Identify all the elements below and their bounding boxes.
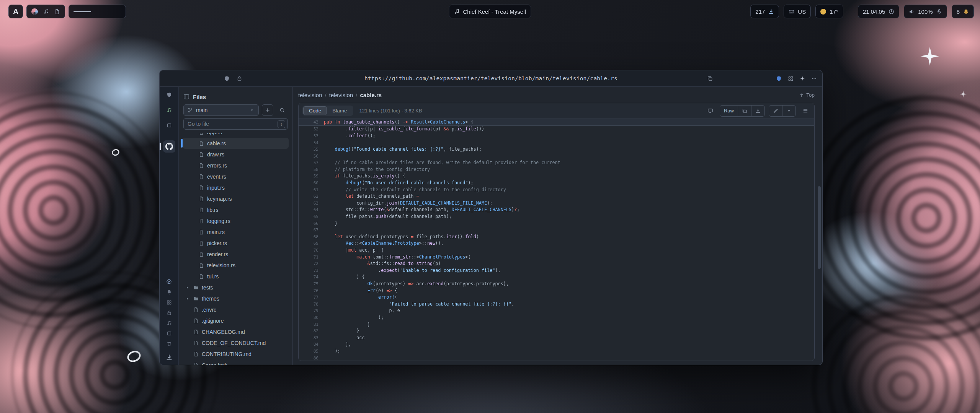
- line-number[interactable]: 68: [299, 234, 324, 241]
- shield-icon[interactable]: [224, 76, 230, 81]
- line-number[interactable]: 66: [299, 220, 324, 227]
- line-number[interactable]: 60: [299, 180, 324, 187]
- tab-code[interactable]: Code: [303, 106, 327, 115]
- tree-file-item[interactable]: tui.rs: [183, 271, 289, 282]
- back-to-top-link[interactable]: Top: [799, 92, 815, 98]
- notifications-widget[interactable]: 8: [952, 5, 974, 18]
- menu-ellipsis-icon[interactable]: [811, 76, 817, 81]
- adblock-extension-icon[interactable]: [776, 76, 782, 81]
- trash-icon[interactable]: [167, 341, 172, 346]
- line-number[interactable]: 57: [299, 159, 324, 166]
- line-number[interactable]: 61: [299, 187, 324, 193]
- tree-file-item[interactable]: render.rs: [183, 249, 289, 260]
- line-number[interactable]: 73: [299, 267, 324, 274]
- line-number[interactable]: 70: [299, 247, 324, 254]
- scrollbar-thumb[interactable]: [818, 186, 821, 269]
- tree-file-item[interactable]: lib.rs: [183, 204, 289, 215]
- raw-button[interactable]: Raw: [720, 106, 738, 116]
- tree-file-item[interactable]: errors.rs: [183, 160, 289, 171]
- edit-dropdown-button[interactable]: [782, 106, 795, 116]
- tree-file-item[interactable]: .envrc: [183, 304, 289, 315]
- line-number[interactable]: 86: [299, 355, 324, 361]
- breadcrumb-file[interactable]: cable.rs: [360, 92, 382, 98]
- music-icon[interactable]: [167, 320, 172, 326]
- collapse-panel-icon[interactable]: [183, 94, 189, 100]
- edit-file-button[interactable]: [769, 106, 782, 116]
- line-number[interactable]: 85: [299, 348, 324, 355]
- updates-widget[interactable]: 217: [750, 5, 779, 18]
- line-number[interactable]: 77: [299, 294, 324, 301]
- go-to-file-input[interactable]: [183, 118, 288, 130]
- branch-selector[interactable]: main: [183, 104, 259, 116]
- line-number[interactable]: 79: [299, 307, 324, 314]
- tree-file-item[interactable]: .gitignore: [183, 315, 289, 326]
- breadcrumb-link[interactable]: television: [329, 92, 353, 98]
- compass-icon[interactable]: [166, 279, 172, 285]
- tree-file-item[interactable]: app.rs: [183, 133, 289, 138]
- line-number[interactable]: 84: [299, 341, 324, 348]
- tree-file-item[interactable]: CONTRIBUTING.md: [183, 348, 289, 359]
- music-icon[interactable]: [43, 9, 49, 15]
- line-number[interactable]: 56: [299, 153, 324, 160]
- line-number[interactable]: 65: [299, 213, 324, 220]
- line-number[interactable]: 55: [299, 146, 324, 153]
- line-number[interactable]: 43: [299, 119, 324, 126]
- tree-file-item[interactable]: picker.rs: [183, 237, 289, 249]
- launcher-logo-button[interactable]: A: [8, 5, 23, 18]
- extensions-icon[interactable]: [788, 76, 794, 81]
- copilot-icon[interactable]: [705, 106, 716, 116]
- tree-file-item[interactable]: keymap.rs: [183, 193, 289, 204]
- tree-file-item[interactable]: input.rs: [183, 182, 289, 193]
- line-number[interactable]: 81: [299, 321, 324, 328]
- document-icon[interactable]: [54, 9, 60, 15]
- tree-folder-item[interactable]: tests: [183, 282, 289, 293]
- line-number[interactable]: 67: [299, 227, 324, 234]
- file-tree-scroll[interactable]: app.rscable.rsdraw.rserrors.rsevent.rsin…: [180, 133, 291, 365]
- lock-icon[interactable]: [167, 310, 172, 315]
- duplicate-tab-icon[interactable]: [707, 76, 713, 81]
- symbols-panel-button[interactable]: [800, 106, 810, 116]
- theme-swirl-icon[interactable]: [31, 8, 38, 15]
- tree-file-item[interactable]: cable.rs: [183, 138, 289, 149]
- weather-widget[interactable]: 17°: [815, 5, 843, 18]
- line-number[interactable]: 82: [299, 328, 324, 335]
- downloads-icon[interactable]: [166, 354, 173, 361]
- line-number[interactable]: 52: [299, 126, 324, 133]
- tree-file-item[interactable]: Cargo.lock: [183, 359, 289, 365]
- search-files-button[interactable]: [276, 104, 288, 116]
- pinned-tab-icon[interactable]: [167, 107, 172, 113]
- download-raw-button[interactable]: [751, 106, 764, 116]
- clock-widget[interactable]: 21:04:05: [858, 5, 899, 18]
- line-number[interactable]: 72: [299, 260, 324, 267]
- line-number[interactable]: 71: [299, 254, 324, 261]
- lock-icon[interactable]: [237, 76, 242, 81]
- breadcrumb-link[interactable]: television: [298, 92, 322, 98]
- line-number[interactable]: 59: [299, 173, 324, 180]
- line-number[interactable]: 53: [299, 133, 324, 140]
- tree-file-item[interactable]: CODE_OF_CONDUCT.md: [183, 337, 289, 348]
- line-number[interactable]: 74: [299, 274, 324, 281]
- line-number[interactable]: 62: [299, 193, 324, 200]
- line-number[interactable]: 64: [299, 206, 324, 213]
- tree-file-item[interactable]: television.rs: [183, 260, 289, 271]
- line-number[interactable]: 83: [299, 335, 324, 341]
- keyboard-layout-widget[interactable]: US: [784, 5, 811, 18]
- tree-file-item[interactable]: logging.rs: [183, 215, 289, 226]
- media-player-widget[interactable]: Chief Keef - Treat Myself: [449, 5, 531, 18]
- tab-blame[interactable]: Blame: [327, 106, 352, 115]
- line-number[interactable]: 80: [299, 314, 324, 321]
- pinned-tab-icon[interactable]: [167, 92, 172, 98]
- tree-file-item[interactable]: main.rs: [183, 226, 289, 237]
- line-number[interactable]: 63: [299, 200, 324, 207]
- url-bar[interactable]: https://github.com/alexpasmantier/televi…: [364, 75, 617, 81]
- bookmark-star-icon[interactable]: [800, 76, 805, 81]
- volume-widget[interactable]: 100%: [904, 5, 947, 18]
- line-number[interactable]: 54: [299, 140, 324, 146]
- line-number[interactable]: 76: [299, 288, 324, 294]
- line-number[interactable]: 75: [299, 281, 324, 288]
- line-number[interactable]: 69: [299, 240, 324, 247]
- tree-folder-item[interactable]: themes: [183, 293, 289, 304]
- active-tab-github[interactable]: [163, 140, 175, 153]
- tree-file-item[interactable]: draw.rs: [183, 149, 289, 160]
- line-number[interactable]: 78: [299, 301, 324, 308]
